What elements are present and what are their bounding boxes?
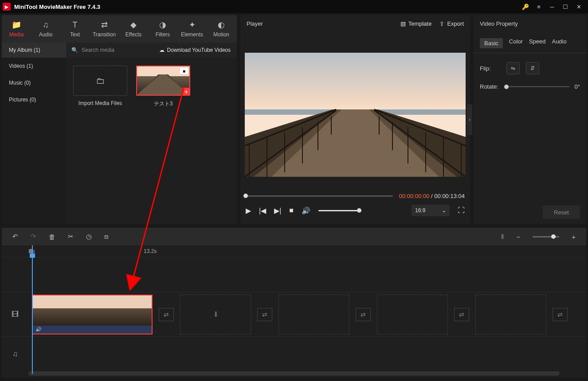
prop-tab-audio[interactable]: Audio — [552, 38, 566, 48]
filters-icon: ◑ — [159, 20, 166, 30]
svg-marker-1 — [137, 74, 189, 95]
clip-thumbnail[interactable]: ■ + — [136, 66, 190, 96]
redo-button[interactable]: ↷ — [31, 233, 36, 241]
aspect-ratio-dropdown[interactable]: 16:9⌄ — [412, 205, 450, 216]
rotate-value: 0° — [575, 83, 580, 90]
split-button[interactable]: ✂ — [68, 233, 74, 241]
transition-slot[interactable]: ⇄ — [356, 308, 371, 321]
timeline-row-overlay[interactable] — [2, 257, 586, 292]
folder-icon: 📁 — [12, 20, 21, 30]
template-button[interactable]: ▧Template — [400, 20, 432, 27]
next-frame-button[interactable]: ▶| — [274, 206, 281, 215]
player-title: Player — [247, 20, 263, 27]
tab-filters[interactable]: ◑Filters — [148, 15, 177, 43]
empty-clip-slot[interactable]: ⬇ — [180, 295, 251, 334]
toolbar-tabs: 📁Media ♫Audio TText ⇄Transition ◆Effects… — [2, 15, 237, 43]
player-panel: Player ▧Template ⇪Export — [240, 15, 470, 224]
speed-button[interactable]: ◷ — [86, 233, 92, 241]
transition-slot[interactable]: ⇄ — [257, 308, 272, 321]
play-button[interactable]: ▶ — [246, 206, 251, 215]
effects-icon: ◆ — [130, 20, 137, 30]
transition-icon: ⇄ — [101, 20, 108, 30]
album-row: My Album (1) 🔍Search media ☁Download You… — [2, 43, 237, 58]
flip-label: Flip: — [480, 65, 506, 72]
prop-tab-speed[interactable]: Speed — [529, 38, 546, 48]
timeline-clip[interactable]: 🔊 — [32, 295, 153, 334]
timeline-ruler[interactable]: ⊞ 0s 13.2s — [2, 245, 586, 257]
export-button[interactable]: ⇪Export — [439, 20, 464, 27]
sidebar-item-music[interactable]: Music (0) — [2, 74, 66, 91]
media-clip-card[interactable]: ■ + テスト3 — [136, 66, 190, 108]
tab-text[interactable]: TText — [60, 15, 90, 43]
zoom-slider[interactable] — [533, 236, 559, 237]
volume-slider[interactable] — [318, 210, 359, 211]
audio-lane-icon: ♫ — [2, 350, 28, 358]
search-media[interactable]: 🔍Search media — [66, 43, 159, 58]
search-icon: 🔍 — [71, 47, 78, 53]
tab-transition[interactable]: ⇄Transition — [90, 15, 119, 43]
prev-frame-button[interactable]: |◀ — [259, 206, 266, 215]
flip-horizontal-button[interactable]: ⇋ — [506, 62, 520, 74]
elements-icon: ✦ — [189, 20, 196, 30]
zoom-out-button[interactable]: − — [516, 233, 520, 241]
my-album-tab[interactable]: My Album (1) — [2, 43, 66, 58]
maximize-button[interactable]: ☐ — [559, 2, 572, 11]
snap-button[interactable]: ⦀ — [501, 233, 504, 241]
stop-button[interactable]: ■ — [289, 206, 294, 214]
download-youtube[interactable]: ☁Download YouTube Videos — [159, 43, 237, 58]
tab-media[interactable]: 📁Media — [2, 15, 31, 43]
volume-icon[interactable]: 🔊 — [302, 206, 310, 215]
tab-elements[interactable]: ✦Elements — [177, 15, 207, 43]
motion-icon: ◐ — [218, 20, 225, 30]
fullscreen-button[interactable]: ⛶ — [458, 206, 465, 214]
property-panel: Video Property Basic Color Speed Audio F… — [474, 15, 586, 224]
undo-button[interactable]: ↶ — [12, 233, 18, 241]
timeline-scrollbar[interactable] — [28, 371, 560, 376]
prop-tab-basic[interactable]: Basic — [480, 38, 503, 48]
download-icon: ☁ — [159, 47, 165, 53]
prop-tab-color[interactable]: Color — [509, 38, 523, 48]
transition-slot[interactable]: ⇄ — [159, 308, 174, 321]
timeline-body: ⊞ 0s 13.2s 🎞 🔊 ⇄ ⬇ ⇄ ⇄ ⇄ ⇄ — [2, 245, 586, 377]
timeline-toolbar: ↶ ↷ 🗑 ✂ ◷ ⧈ ⦀ − + — [2, 228, 586, 245]
reset-button[interactable]: Reset — [543, 206, 580, 219]
media-grid: 🗀 Import Media Files ■ + テスト3 — [66, 58, 237, 224]
close-button[interactable]: ✕ — [572, 2, 585, 11]
timeline-row-video[interactable]: 🎞 🔊 ⇄ ⬇ ⇄ ⇄ ⇄ ⇄ — [2, 292, 586, 336]
clip-audio-icon: 🔊 — [35, 327, 42, 332]
import-media-card[interactable]: 🗀 Import Media Files — [73, 66, 127, 106]
music-icon: ♫ — [43, 20, 49, 30]
player-preview[interactable] — [245, 53, 466, 177]
transition-slot[interactable]: ⇄ — [454, 308, 469, 321]
text-icon: T — [73, 20, 78, 30]
empty-clip-slot[interactable] — [475, 295, 546, 334]
minimize-button[interactable]: ─ — [545, 2, 559, 11]
add-to-timeline-button[interactable]: + — [182, 88, 190, 96]
flip-vertical-button[interactable]: ⇵ — [526, 62, 539, 74]
playhead[interactable] — [32, 245, 33, 374]
export-icon: ⇪ — [439, 20, 444, 27]
rotate-slider[interactable] — [506, 86, 569, 87]
sidebar-item-pictures[interactable]: Pictures (0) — [2, 91, 66, 108]
layers-icon: ▧ — [400, 20, 406, 27]
folder-icon: 🗀 — [96, 76, 105, 86]
property-title: Video Property — [480, 20, 518, 27]
app-logo: ▶ — [3, 3, 11, 11]
empty-clip-slot[interactable] — [278, 295, 349, 334]
tab-effects[interactable]: ◆Effects — [119, 15, 148, 43]
seek-slider[interactable] — [246, 195, 393, 197]
transition-slot[interactable]: ⇄ — [553, 308, 568, 321]
tab-audio[interactable]: ♫Audio — [31, 15, 60, 43]
menu-icon[interactable]: ≡ — [532, 2, 545, 11]
empty-clip-slot[interactable] — [377, 295, 448, 334]
zoom-in-button[interactable]: + — [572, 233, 576, 241]
crop-button[interactable]: ⧈ — [104, 233, 109, 241]
app-title: MiniTool MovieMaker Free 7.4.3 — [14, 4, 519, 10]
property-tabs: Basic Color Speed Audio — [474, 32, 586, 53]
tab-motion[interactable]: ◐Motion — [207, 15, 236, 43]
delete-button[interactable]: 🗑 — [49, 233, 55, 241]
sidebar-item-videos[interactable]: Videos (1) — [2, 58, 66, 74]
panel-expand-handle[interactable]: › — [467, 104, 472, 135]
key-icon[interactable]: 🔑 — [519, 2, 532, 11]
timeline-row-audio[interactable]: ♫ — [2, 336, 586, 371]
